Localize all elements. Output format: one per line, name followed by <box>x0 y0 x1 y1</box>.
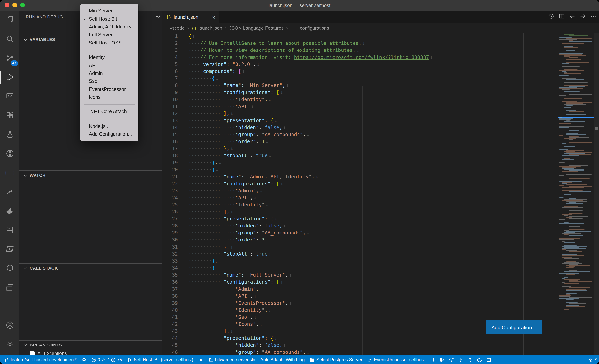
menu-item-sso[interactable]: Sso <box>80 77 138 85</box>
code-line-37[interactable]: 37················"Admin",↓ <box>162 285 552 293</box>
split-editor-icon[interactable] <box>558 13 565 21</box>
debug-step-into-button[interactable] <box>458 357 464 363</box>
line-number[interactable]: 31 <box>162 243 178 250</box>
code-line-28[interactable]: 28················"hidden": false,↓ <box>162 222 552 229</box>
menu-item-min-server[interactable]: Min Server <box>80 7 138 15</box>
debug-step-over-button[interactable] <box>449 357 455 363</box>
line-number[interactable]: 7 <box>162 75 178 82</box>
menu-item-self-host-bit[interactable]: ✓Self Host: Bit <box>80 15 138 23</box>
code-line-17[interactable]: 17············},↓ <box>162 145 552 152</box>
status-auto-attach[interactable]: Auto Attach: With Flag <box>260 357 305 362</box>
activity-bar-item-search[interactable] <box>0 30 19 49</box>
code-line-35[interactable]: 35············"name": "Full Server",↓ <box>162 272 552 279</box>
code-line-38[interactable]: 38················"API",↓ <box>162 293 552 300</box>
line-number[interactable]: 10 <box>162 96 178 103</box>
code-line-30[interactable]: 30················"order": 3↓ <box>162 236 552 243</box>
code-line-14[interactable]: 14················"hidden": false,↓ <box>162 124 552 131</box>
activity-bar-item-remote-explorer[interactable] <box>0 87 19 107</box>
line-number[interactable]: 2 <box>162 40 178 47</box>
code-line-22[interactable]: 22············"configurations": [↓ <box>162 180 552 187</box>
status-branch[interactable]: feature/self-hosted-development* <box>4 357 77 362</box>
activity-bar-item-gitlens[interactable] <box>0 145 19 164</box>
line-number[interactable]: 25 <box>162 201 178 208</box>
timeline-history-icon[interactable] <box>548 13 555 21</box>
code-editor[interactable]: 1{↓2····// Use IntelliSense to learn abo… <box>162 33 552 355</box>
line-number[interactable]: 6 <box>162 68 178 75</box>
menu-item-admin-api-identity[interactable]: Admin, API, Identity <box>80 23 138 31</box>
line-number[interactable]: 45 <box>162 342 178 349</box>
code-line-45[interactable]: 45················"hidden": false,↓ <box>162 342 552 349</box>
tab-close-icon[interactable]: × <box>212 14 215 20</box>
line-number[interactable]: 9 <box>162 89 178 96</box>
line-number[interactable]: 29 <box>162 229 178 236</box>
breakpoints-section-header[interactable]: BREAKPOINTS <box>19 341 162 349</box>
line-number[interactable]: 22 <box>162 180 178 187</box>
activity-bar-item-live-share[interactable]: {..} <box>0 164 19 183</box>
menu-item-node-js[interactable]: Node.js... <box>80 122 138 130</box>
debug-stop-button[interactable] <box>486 357 492 363</box>
menu-item-identity[interactable]: Identity <box>80 53 138 62</box>
editor-scrollbar[interactable] <box>594 33 599 355</box>
code-line-4[interactable]: 4····// For more information, visit: htt… <box>162 54 552 61</box>
line-number[interactable]: 42 <box>162 321 178 328</box>
code-line-6[interactable]: 6····"compounds": [↓ <box>162 68 552 75</box>
code-line-1[interactable]: 1{↓ <box>162 33 552 40</box>
debug-pause-button[interactable] <box>430 357 436 363</box>
navigate-forward-icon[interactable] <box>580 13 586 21</box>
code-line-34[interactable]: 34········{↓ <box>162 265 552 272</box>
menu-item-admin[interactable]: Admin <box>80 69 138 77</box>
scrollbar-slider[interactable] <box>595 127 598 130</box>
code-line-39[interactable]: 39················"EventsProcessor",↓ <box>162 300 552 307</box>
code-line-23[interactable]: 23················"Admin",↓ <box>162 187 552 194</box>
code-line-29[interactable]: 29················"group": "AA_compounds… <box>162 229 552 236</box>
line-number[interactable]: 36 <box>162 279 178 285</box>
line-number[interactable]: 19 <box>162 159 178 166</box>
code-line-33[interactable]: 33········},↓ <box>162 257 552 265</box>
activity-bar-item-explorer[interactable] <box>0 11 19 30</box>
code-line-40[interactable]: 40················"Identity",↓ <box>162 307 552 314</box>
line-number[interactable]: 5 <box>162 61 178 68</box>
code-line-32[interactable]: 32············"stopAll": true↓ <box>162 250 552 257</box>
line-number[interactable]: 17 <box>162 145 178 152</box>
zoom-window-button[interactable] <box>20 3 25 7</box>
line-number[interactable]: 18 <box>162 152 178 159</box>
code-line-11[interactable]: 11················"API"↓ <box>162 103 552 110</box>
line-number[interactable]: 44 <box>162 335 178 342</box>
menu-item-icons[interactable]: Icons <box>80 93 138 101</box>
activity-bar-item-testing[interactable] <box>0 126 19 145</box>
menu-item-eventsprocessor[interactable]: EventsProcessor <box>80 85 138 93</box>
line-number[interactable]: 27 <box>162 215 178 222</box>
line-number[interactable]: 14 <box>162 124 178 131</box>
line-number[interactable]: 32 <box>162 250 178 257</box>
code-line-41[interactable]: 41················"Sso",↓ <box>162 314 552 321</box>
code-line-9[interactable]: 9············"configurations": [↓ <box>162 89 552 96</box>
menu-item-add-configuration[interactable]: Add Configuration... <box>80 130 138 138</box>
activity-bar-item-docker[interactable] <box>0 202 19 221</box>
code-line-18[interactable]: 18············"stopAll": true↓ <box>162 152 552 159</box>
activity-bar-item-account[interactable] <box>0 316 19 336</box>
line-number[interactable]: 35 <box>162 272 178 279</box>
activity-bar-item-settings-gear[interactable] <box>0 336 19 355</box>
code-line-20[interactable]: 20········{↓ <box>162 166 552 173</box>
line-number[interactable]: 34 <box>162 265 178 272</box>
activity-bar-item-run-and-debug[interactable] <box>0 68 19 87</box>
code-line-5[interactable]: 5····"version": "0.2.0",↓ <box>162 61 552 68</box>
activity-bar-item-database[interactable] <box>0 221 19 240</box>
line-number[interactable]: 28 <box>162 222 178 229</box>
line-number[interactable]: 4 <box>162 54 178 61</box>
status-spell-checker[interactable]: Spell <box>588 357 599 362</box>
line-number[interactable]: 43 <box>162 328 178 335</box>
menu-item-full-server[interactable]: Full Server <box>80 31 138 39</box>
line-number[interactable]: 41 <box>162 314 178 321</box>
menu-item-net-core-attach[interactable]: .NET Core Attach <box>80 108 138 116</box>
line-number[interactable]: 15 <box>162 131 178 138</box>
status-postgres[interactable]: Select Postgres Server <box>310 357 362 362</box>
code-line-8[interactable]: 8············"name": "Min Server",↓ <box>162 82 552 89</box>
close-window-button[interactable] <box>5 3 9 7</box>
tab-launch-json[interactable]: {} launch.json × <box>162 11 219 23</box>
line-number[interactable]: 20 <box>162 166 178 173</box>
code-line-15[interactable]: 15················"group": "AA_compounds… <box>162 131 552 138</box>
more-actions-icon[interactable] <box>590 13 597 21</box>
line-number[interactable]: 26 <box>162 208 178 215</box>
code-line-26[interactable]: 26············],↓ <box>162 208 552 215</box>
